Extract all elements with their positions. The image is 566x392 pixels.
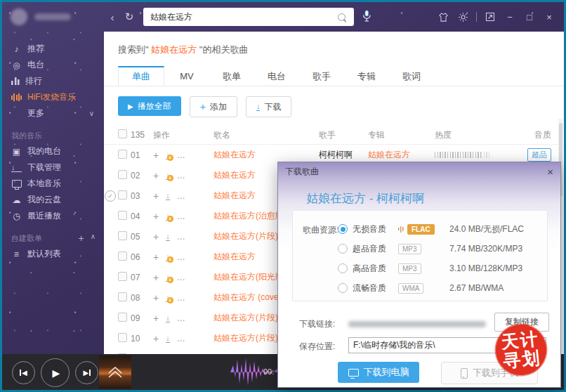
- quality-badge: 超品: [527, 148, 551, 162]
- add-to-playlist-icon[interactable]: +: [153, 211, 159, 222]
- previous-track-button[interactable]: ◀: [12, 361, 35, 384]
- row-ops: +↓¥…: [153, 292, 213, 303]
- singer-name[interactable]: 柯柯柯啊: [319, 149, 368, 161]
- row-checkbox[interactable]: [118, 272, 127, 281]
- row-checkbox[interactable]: [118, 150, 127, 159]
- download-song-icon[interactable]: ↓¥: [166, 294, 170, 302]
- tab-歌词[interactable]: 歌词: [389, 66, 434, 86]
- row-checkbox[interactable]: [118, 231, 127, 240]
- more-options-icon[interactable]: …: [177, 191, 185, 201]
- sidebar-item-我的云盘[interactable]: ☁我的云盘: [2, 192, 104, 208]
- microphone-icon[interactable]: [360, 10, 374, 25]
- tab-MV[interactable]: MV: [164, 66, 209, 86]
- search-icon[interactable]: [338, 13, 345, 21]
- skin-icon[interactable]: [435, 9, 451, 25]
- radio-button[interactable]: [338, 263, 348, 273]
- radio-box-icon: ▣: [11, 147, 22, 157]
- mini-mode-icon[interactable]: [482, 9, 498, 25]
- tab-电台[interactable]: 电台: [254, 66, 299, 86]
- more-options-icon[interactable]: …: [177, 232, 185, 242]
- tab-单曲[interactable]: 单曲: [118, 66, 164, 86]
- dialog-close-icon[interactable]: ×: [547, 166, 553, 178]
- sidebar-item-本地音乐[interactable]: 本地音乐: [2, 176, 104, 192]
- play-button[interactable]: ▶: [41, 358, 70, 387]
- format-badge: WMA: [398, 283, 423, 294]
- settings-gear-icon[interactable]: [455, 9, 470, 25]
- radio-button[interactable]: [338, 244, 348, 254]
- radio-button[interactable]: [338, 283, 348, 293]
- download-song-icon[interactable]: ↓: [166, 314, 170, 322]
- sidebar-item-更多[interactable]: 更多∨: [2, 105, 104, 122]
- download-song-icon[interactable]: ↓¥: [166, 273, 170, 282]
- radio-button[interactable]: [338, 224, 348, 234]
- album-name[interactable]: 姑娘在远方: [368, 149, 435, 161]
- sidebar-item-下载管理[interactable]: ↓下载管理: [2, 159, 104, 176]
- download-to-pc-button[interactable]: 下载到电脑: [338, 362, 419, 383]
- sidebar-item-推荐[interactable]: ♪推荐: [2, 41, 104, 57]
- more-options-icon[interactable]: …: [177, 252, 185, 262]
- download-song-icon[interactable]: ↓¥: [166, 171, 170, 180]
- dialog-title: 下载歌曲: [285, 166, 319, 178]
- chart-bars-icon: [11, 77, 20, 85]
- file-size: 7.74 MB/320K/MP3: [449, 244, 522, 254]
- add-to-playlist-icon[interactable]: +: [153, 150, 159, 161]
- minimize-icon[interactable]: −: [502, 9, 518, 25]
- more-options-icon[interactable]: …: [177, 150, 185, 160]
- more-options-icon[interactable]: …: [177, 171, 185, 181]
- add-button[interactable]: + 添加: [190, 96, 237, 117]
- more-options-icon[interactable]: …: [177, 313, 185, 323]
- chevron-down-icon[interactable]: ∨: [89, 110, 94, 117]
- row-checkbox[interactable]: [118, 211, 127, 220]
- row-checkbox[interactable]: [118, 251, 127, 261]
- more-options-icon[interactable]: …: [177, 211, 185, 221]
- row-checkbox[interactable]: [118, 333, 127, 342]
- row-checkbox[interactable]: [118, 292, 127, 301]
- sidebar-item-电台[interactable]: ◎电台: [2, 57, 104, 73]
- add-to-playlist-icon[interactable]: +: [153, 272, 159, 283]
- tab-专辑[interactable]: 专辑: [344, 66, 389, 86]
- sidebar-item-我的电台[interactable]: ▣我的电台: [2, 143, 104, 159]
- tab-歌手[interactable]: 歌手: [299, 66, 344, 86]
- song-name[interactable]: 姑娘在远方: [213, 149, 319, 161]
- sidebar-item-排行[interactable]: 排行: [2, 73, 104, 89]
- row-checkbox[interactable]: [118, 313, 127, 322]
- add-to-playlist-icon[interactable]: +: [153, 231, 159, 242]
- dialog-song-title: 姑娘在远方 - 柯柯柯啊: [306, 190, 424, 207]
- download-song-icon[interactable]: ↓: [166, 233, 170, 241]
- more-options-icon[interactable]: …: [177, 293, 185, 303]
- download-song-icon[interactable]: ↓: [166, 192, 170, 200]
- sidebar-item-label: 电台: [27, 59, 44, 71]
- sidebar: ♪推荐◎电台排行HiFi发烧音乐更多∨ 我的音乐 ▣我的电台↓下载管理本地音乐☁…: [2, 2, 104, 354]
- add-to-playlist-icon[interactable]: +: [153, 333, 159, 344]
- search-input[interactable]: [143, 12, 338, 22]
- close-icon[interactable]: ×: [541, 9, 557, 25]
- download-song-icon[interactable]: ↓¥: [166, 151, 170, 159]
- add-to-playlist-icon[interactable]: +: [153, 292, 159, 303]
- monitor-icon: [11, 180, 22, 188]
- collapse-playlists-icon[interactable]: ∧: [91, 233, 96, 244]
- more-options-icon[interactable]: …: [177, 334, 185, 344]
- download-song-icon[interactable]: ↓¥: [166, 212, 170, 221]
- next-track-button[interactable]: ▶: [75, 361, 98, 384]
- row-checkbox[interactable]: [118, 190, 127, 200]
- sidebar-item-最近播放[interactable]: ◷最近播放: [2, 208, 104, 224]
- download-song-icon[interactable]: ↓¥: [166, 253, 170, 261]
- add-to-playlist-icon[interactable]: +: [153, 170, 159, 181]
- maximize-icon[interactable]: □: [522, 9, 537, 25]
- add-to-playlist-icon[interactable]: +: [153, 313, 159, 324]
- add-to-playlist-icon[interactable]: +: [153, 190, 159, 202]
- refresh-icon[interactable]: ↻: [121, 11, 138, 23]
- sidebar-item-默认列表[interactable]: ≡默认列表: [2, 246, 104, 262]
- tab-歌单[interactable]: 歌单: [209, 66, 254, 86]
- select-all-checkbox[interactable]: [118, 129, 127, 138]
- add-playlist-icon[interactable]: +: [78, 233, 84, 244]
- back-icon[interactable]: ‹: [104, 11, 121, 23]
- add-to-playlist-icon[interactable]: +: [153, 251, 159, 263]
- download-song-icon[interactable]: ↓: [166, 334, 170, 343]
- row-checkbox[interactable]: [118, 170, 127, 179]
- play-all-button[interactable]: ▶ 播放全部: [118, 96, 181, 116]
- album-art[interactable]: [99, 355, 131, 388]
- download-button[interactable]: ↓ 下载: [246, 96, 292, 117]
- more-options-icon[interactable]: …: [177, 273, 185, 282]
- sidebar-item-HiFi发烧音乐[interactable]: HiFi发烧音乐: [2, 89, 104, 105]
